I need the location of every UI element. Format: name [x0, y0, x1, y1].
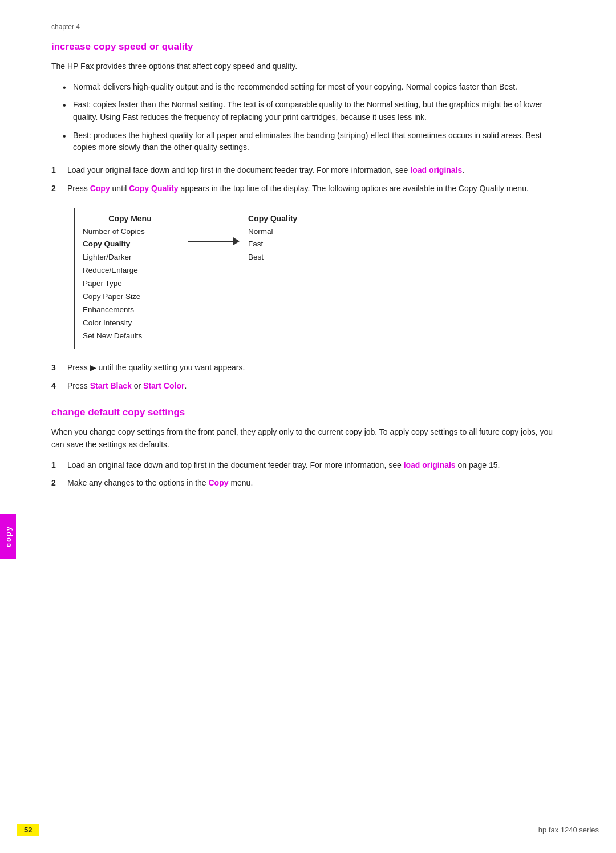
section1-heading: increase copy speed or quality: [51, 41, 565, 52]
arrow-horiz: [188, 241, 234, 242]
copy-menu-item: Color Intensity: [83, 317, 177, 330]
step-text: Press Copy until Copy Quality appears in…: [67, 183, 565, 195]
step-num: 2: [51, 477, 67, 490]
load-originals-link-2[interactable]: load originals: [404, 460, 456, 470]
section2-step-1: 1 Load an original face down and top fir…: [51, 459, 565, 472]
copy-menu-item: Paper Type: [83, 277, 177, 290]
step-2: 2 Press Copy until Copy Quality appears …: [51, 183, 565, 195]
copy-quality-option: Best: [248, 251, 305, 264]
step-num: 2: [51, 183, 67, 195]
step-num: 4: [51, 380, 67, 393]
copy-quality-link: Copy Quality: [129, 184, 178, 193]
step-num: 1: [51, 459, 67, 472]
copy-menu-item: Number of Copies: [83, 225, 177, 238]
step-num: 1: [51, 164, 67, 177]
copy-menu-item: Reduce/Enlarge: [83, 264, 177, 277]
footer-brand: hp fax 1240 series: [538, 826, 599, 834]
section2-intro: When you change copy settings from the f…: [51, 426, 565, 451]
copy-quality-option: Normal: [248, 225, 305, 238]
section2-heading: change default copy settings: [51, 407, 565, 418]
footer-page-number: 52: [17, 824, 39, 836]
step-4: 4 Press Start Black or Start Color.: [51, 380, 565, 393]
list-item: Best: produces the highest quality for a…: [63, 130, 565, 154]
copy-menu-box: Copy Menu Number of Copies Copy Quality …: [74, 208, 188, 349]
diagram-container: Copy Menu Number of Copies Copy Quality …: [74, 208, 565, 349]
copy-link-2: Copy: [209, 478, 229, 487]
arrow-line: [188, 237, 240, 245]
step-text: Make any changes to the options in the C…: [67, 477, 565, 490]
step-text: Press ▶ until the quality setting you wa…: [67, 362, 565, 374]
step-1: 1 Load your original face down and top f…: [51, 164, 565, 177]
copy-quality-option: Fast: [248, 238, 305, 251]
step-num: 3: [51, 362, 67, 374]
copy-menu-item: Set New Defaults: [83, 330, 177, 343]
list-item: Fast: copies faster than the Normal sett…: [63, 99, 565, 123]
load-originals-link[interactable]: load originals: [410, 165, 462, 175]
footer: 52 hp fax 1240 series: [0, 824, 616, 836]
copy-quality-box: Copy Quality Normal Fast Best: [240, 208, 319, 271]
copy-menu-item: Enhancements: [83, 304, 177, 317]
step-text: Press Start Black or Start Color.: [67, 380, 565, 393]
list-item: Normal: delivers high-quality output and…: [63, 81, 565, 94]
start-color-link: Start Color: [143, 381, 184, 390]
copy-menu-item: Lighter/Darker: [83, 251, 177, 264]
step-3: 3 Press ▶ until the quality setting you …: [51, 362, 565, 374]
side-tab: copy: [0, 514, 16, 559]
copy-menu-title: Copy Menu: [83, 214, 177, 223]
bullet-list: Normal: delivers high-quality output and…: [63, 81, 565, 154]
chapter-label: chapter 4: [51, 23, 565, 31]
section1-intro: The HP Fax provides three options that a…: [51, 60, 565, 73]
arrow-head: [233, 237, 240, 245]
copy-quality-menu-item: Copy Quality: [83, 238, 177, 251]
copy-menu-item: Copy Paper Size: [83, 290, 177, 304]
page-container: chapter 4 increase copy speed or quality…: [0, 0, 616, 853]
section2-steps: 1 Load an original face down and top fir…: [51, 459, 565, 490]
section2-step-2: 2 Make any changes to the options in the…: [51, 477, 565, 490]
step-text: Load an original face down and top first…: [67, 459, 565, 472]
steps-list: 1 Load your original face down and top f…: [51, 164, 565, 195]
copy-quality-title: Copy Quality: [248, 214, 305, 223]
copy-link: Copy: [90, 184, 110, 193]
step-text: Load your original face down and top fir…: [67, 164, 565, 177]
start-black-link: Start Black: [90, 381, 132, 390]
side-tab-label: copy: [4, 525, 13, 547]
steps-list-2: 3 Press ▶ until the quality setting you …: [51, 362, 565, 392]
